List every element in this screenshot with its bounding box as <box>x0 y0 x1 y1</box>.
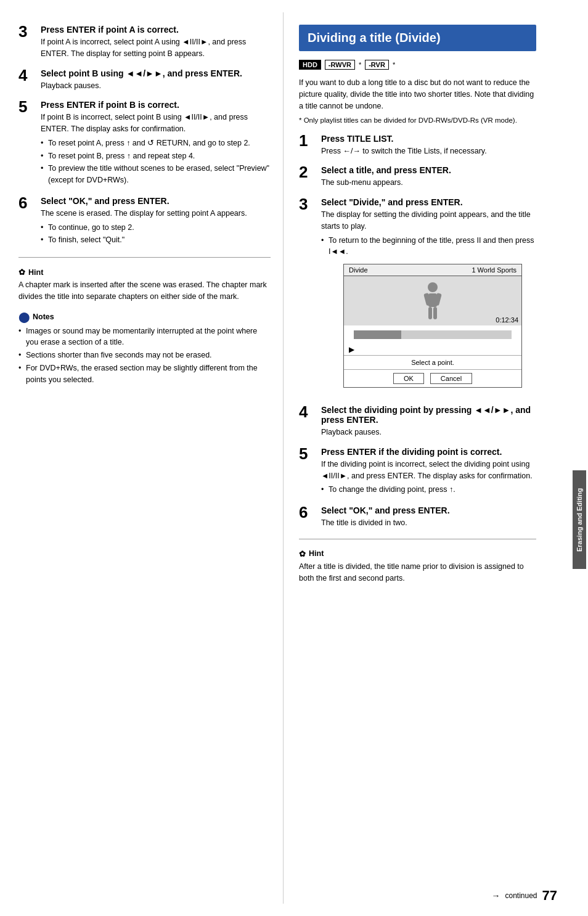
left-hint: ✿ Hint A chapter mark is inserted after … <box>18 268 271 303</box>
right-step-1: 1 Press TITLE LIST. Press ←/→ to switch … <box>299 134 536 157</box>
left-hint-body: A chapter mark is inserted after the sce… <box>18 279 271 303</box>
divide-header-right: 1 World Sports <box>472 266 517 274</box>
right-step-5-content: Press ENTER if the dividing point is cor… <box>321 447 536 497</box>
right-step-4-content: Select the dividing point by pressing ◄◄… <box>321 405 536 438</box>
right-step-3-title: Select "Divide," and press ENTER. <box>321 197 536 207</box>
right-hint-label: Hint <box>309 549 324 558</box>
right-step-number-4: 4 <box>299 404 321 420</box>
left-notes: ⬤ Notes Images or sound may be momentari… <box>18 311 271 386</box>
right-step-6-content: Select "OK," and press ENTER. The title … <box>321 505 536 529</box>
step-6-bullet-1: To continue, go to step 2. <box>41 222 271 234</box>
step-5-content: Press ENTER if point B is correct. If po… <box>41 100 271 187</box>
divide-screen-message: Select a point. <box>344 355 521 369</box>
asterisk-2: * <box>393 61 395 68</box>
divide-progress-area <box>344 325 521 344</box>
left-step-6: 6 Select "OK," and press ENTER. The scen… <box>18 196 271 247</box>
page-footer: → continued 77 <box>491 888 557 904</box>
right-step-5-title: Press ENTER if the dividing point is cor… <box>321 447 536 457</box>
video-figure-svg <box>417 281 448 321</box>
right-step-4-title: Select the dividing point by pressing ◄◄… <box>321 405 536 425</box>
right-hint-body: After a title is divided, the title name… <box>299 561 536 584</box>
step-3-content: Press ENTER if point A is correct. If po… <box>41 25 271 60</box>
svg-rect-5 <box>433 307 437 319</box>
right-step-1-content: Press TITLE LIST. Press ←/→ to switch th… <box>321 134 536 157</box>
right-step-number-3: 3 <box>299 196 321 212</box>
right-step-5: 5 Press ENTER if the dividing point is c… <box>299 447 536 497</box>
step-4-content: Select point B using ◄◄/►►, and press EN… <box>41 68 271 92</box>
right-step-1-title: Press TITLE LIST. <box>321 134 536 144</box>
continued-text: continued <box>505 891 537 900</box>
right-step-2: 2 Select a title, and press ENTER. The s… <box>299 165 536 189</box>
left-step-5: 5 Press ENTER if point B is correct. If … <box>18 100 271 187</box>
play-indicator: ▶ <box>344 344 521 355</box>
notes-bullet-2: Sections shorter than five seconds may n… <box>18 350 271 361</box>
continued-arrow: → <box>491 891 500 901</box>
notes-bullets: Images or sound may be momentarily inter… <box>18 325 271 386</box>
right-step-6-title: Select "OK," and press ENTER. <box>321 505 536 515</box>
divide-screen: Divide 1 World Sports 0:1 <box>343 264 522 388</box>
notes-bullet-1: Images or sound may be momentarily inter… <box>18 325 271 349</box>
step-4-body: Playback pauses. <box>41 80 271 92</box>
left-column: 3 Press ENTER if point A is correct. If … <box>0 12 284 904</box>
right-step-5-bullet-1: To change the dividing point, press ↑. <box>321 484 536 496</box>
right-step-3: 3 Select "Divide," and press ENTER. The … <box>299 197 536 396</box>
divide-screen-header: Divide 1 World Sports <box>344 264 521 276</box>
right-step-2-title: Select a title, and press ENTER. <box>321 165 536 175</box>
divide-progress-bar <box>354 330 512 339</box>
notes-bullet-3: For DVD+RWs, the erased section may be s… <box>18 362 271 386</box>
badge-hdd: HDD <box>299 60 321 70</box>
step-number-3: 3 <box>18 23 41 39</box>
right-step-5-bullets: To change the dividing point, press ↑. <box>321 484 536 496</box>
right-divider <box>299 539 536 539</box>
step-6-bullets: To continue, go to step 2. To finish, se… <box>41 222 271 247</box>
right-step-3-bullets: To return to the beginning of the title,… <box>321 235 536 258</box>
right-step-3-bullet-1: To return to the beginning of the title,… <box>321 235 536 258</box>
right-step-2-body: The sub-menu appears. <box>321 177 536 189</box>
right-intro: If you want to dub a long title to a dis… <box>299 77 536 112</box>
step-5-title: Press ENTER if point B is correct. <box>41 100 271 110</box>
screen-btn-cancel: Cancel <box>430 373 472 384</box>
step-5-body: If point B is incorrect, select point B … <box>41 112 271 135</box>
step-5-bullet-2: To reset point B, press ↑ and repeat ste… <box>41 150 271 162</box>
side-tab-label: Erasing and Editing <box>573 470 586 569</box>
step-5-bullet-3: To preview the title without scenes to b… <box>41 163 271 186</box>
divide-screen-video: 0:12:34 <box>344 276 521 325</box>
step-4-title: Select point B using ◄◄/►►, and press EN… <box>41 68 271 78</box>
right-step-number-2: 2 <box>299 164 321 180</box>
badge-rwvr: -RWVR <box>325 60 355 70</box>
step-number-6: 6 <box>18 195 41 211</box>
divide-screen-buttons: OK Cancel <box>344 369 521 387</box>
notes-label: Notes <box>33 313 54 321</box>
progress-fill <box>354 330 401 339</box>
step-6-content: Select "OK," and press ENTER. The scene … <box>41 196 271 247</box>
right-step-3-body: The display for setting the dividing poi… <box>321 209 536 232</box>
step-5-bullets: To reset point A, press ↑ and ↺ RETURN, … <box>41 137 271 186</box>
step-6-title: Select "OK," and press ENTER. <box>41 196 271 206</box>
left-step-4: 4 Select point B using ◄◄/►►, and press … <box>18 68 271 92</box>
right-step-number-6: 6 <box>299 504 321 520</box>
hint-label: Hint <box>28 268 43 277</box>
step-number-4: 4 <box>18 67 41 83</box>
step-6-bullet-2: To finish, select "Quit." <box>41 234 271 246</box>
divide-header-left: Divide <box>349 266 368 274</box>
step-5-bullet-1: To reset point A, press ↑ and ↺ RETURN, … <box>41 137 271 149</box>
section-heading: Dividing a title (Divide) <box>299 25 536 51</box>
right-step-4: 4 Select the dividing point by pressing … <box>299 405 536 438</box>
right-step-6-body: The title is divided in two. <box>321 517 536 529</box>
step-number-5: 5 <box>18 99 41 115</box>
left-step-3: 3 Press ENTER if point A is correct. If … <box>18 25 271 60</box>
divide-timecode: 0:12:34 <box>496 316 518 324</box>
badge-rvr: -RVR <box>365 60 389 70</box>
right-step-number-5: 5 <box>299 446 321 462</box>
right-footnote: * Only playlist titles can be divided fo… <box>299 115 536 126</box>
svg-rect-4 <box>428 307 432 319</box>
format-badges: HDD -RWVR * -RVR * <box>299 60 536 70</box>
side-tab: Erasing and Editing <box>571 123 588 916</box>
screen-btn-ok: OK <box>393 373 424 384</box>
right-step-6: 6 Select "OK," and press ENTER. The titl… <box>299 505 536 529</box>
right-hint-title: ✿ Hint <box>299 549 536 558</box>
right-step-2-content: Select a title, and press ENTER. The sub… <box>321 165 536 189</box>
right-hint: ✿ Hint After a title is divided, the tit… <box>299 549 536 584</box>
step-6-body: The scene is erased. The display for set… <box>41 208 271 219</box>
right-step-4-body: Playback pauses. <box>321 427 536 438</box>
